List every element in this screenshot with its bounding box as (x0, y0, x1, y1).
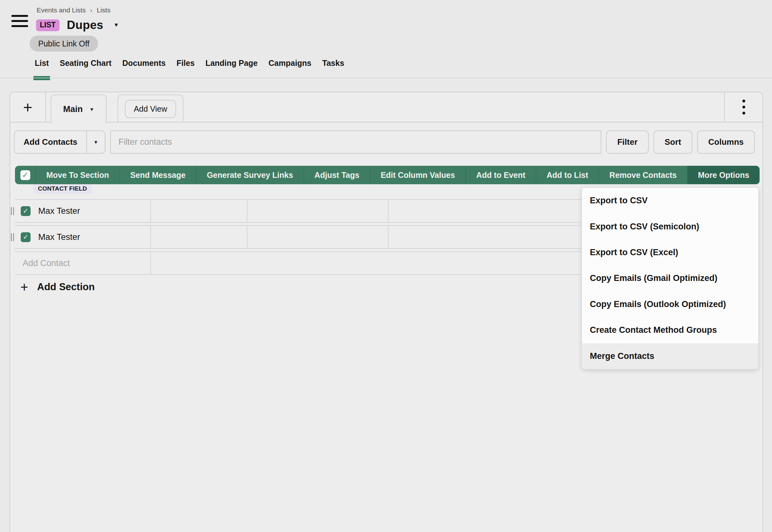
add-view-button[interactable]: Add View (125, 100, 176, 118)
action-generate-survey-links[interactable]: Generate Survey Links (196, 166, 304, 184)
action-edit-column-values[interactable]: Edit Column Values (370, 166, 465, 184)
menu-item-copy-emails-outlook[interactable]: Copy Emails (Outlook Optimized) (582, 291, 758, 317)
row-checkbox-checked[interactable]: ✓ (21, 206, 31, 216)
add-contact-cell[interactable]: Add Contact (15, 252, 151, 274)
view-caret-down-icon: ▼ (89, 107, 94, 112)
add-contacts-split-button: Add Contacts ▼ (14, 130, 105, 154)
sort-button[interactable]: Sort (654, 130, 692, 154)
screen: Events and Lists › Lists LIST Dupes ▼ Pu… (0, 0, 772, 532)
empty-cell[interactable] (151, 226, 248, 248)
columns-button[interactable]: Columns (697, 130, 755, 154)
menu-item-copy-emails-gmail[interactable]: Copy Emails (Gmail Optimized) (582, 265, 758, 291)
contact-name-cell[interactable]: ✓ Max Tester (15, 226, 151, 248)
kebab-icon (742, 100, 745, 115)
views-more-button[interactable] (724, 92, 762, 122)
tab-tasks[interactable]: Tasks (322, 59, 344, 75)
checkbox-checked-icon: ✓ (20, 170, 30, 180)
action-remove-contacts[interactable]: Remove Contacts (599, 166, 687, 184)
add-view-tab: Add View (117, 95, 183, 123)
add-section-label: Add Section (37, 281, 95, 293)
drag-handle-icon[interactable] (11, 207, 14, 215)
filter-contacts-input[interactable] (110, 130, 601, 154)
tab-files[interactable]: Files (176, 59, 195, 75)
add-contacts-caret-button[interactable]: ▼ (87, 131, 105, 153)
add-contact-placeholder: Add Contact (21, 258, 70, 268)
row-checkbox-checked[interactable]: ✓ (21, 232, 31, 242)
contact-name-cell[interactable]: ✓ Max Tester (15, 200, 151, 222)
plus-icon: + (23, 98, 32, 116)
action-add-to-event[interactable]: Add to Event (465, 166, 536, 184)
tab-campaigns[interactable]: Campaigns (269, 59, 312, 75)
view-tab-main[interactable]: Main ▼ (51, 95, 107, 123)
tab-landing-page[interactable]: Landing Page (206, 59, 258, 75)
add-contacts-button[interactable]: Add Contacts (15, 131, 86, 153)
action-send-message[interactable]: Send Message (119, 166, 196, 184)
tab-documents[interactable]: Documents (122, 59, 165, 75)
title-row: LIST Dupes ▼ (36, 18, 119, 32)
title-caret-down-icon[interactable]: ▼ (113, 22, 119, 28)
menu-item-merge-contacts[interactable]: Merge Contacts (582, 343, 758, 369)
list-type-badge: LIST (36, 19, 60, 31)
select-all-checkbox[interactable]: ✓ (15, 166, 35, 184)
action-more-options[interactable]: More Options (687, 166, 760, 184)
contact-name: Max Tester (38, 206, 80, 216)
tab-list[interactable]: List (35, 59, 49, 75)
add-view-plus-button[interactable]: + (10, 92, 46, 122)
contacts-toolbar: Add Contacts ▼ Filter Sort Columns (14, 130, 755, 154)
main-tabs: List Seating Chart Documents Files Landi… (35, 59, 344, 75)
hamburger-menu-icon[interactable] (11, 15, 28, 27)
caret-down-icon: ▼ (94, 139, 98, 145)
empty-cell[interactable] (248, 226, 389, 248)
menu-item-export-csv-semicolon[interactable]: Export to CSV (Semicolon) (582, 213, 758, 239)
drag-handle-icon[interactable] (11, 233, 14, 241)
action-adjust-tags[interactable]: Adjust Tags (304, 166, 370, 184)
menu-item-export-csv[interactable]: Export to CSV (582, 188, 758, 213)
empty-cell[interactable] (151, 200, 248, 222)
plus-icon: + (20, 282, 28, 292)
action-move-to-section[interactable]: Move To Section (35, 166, 119, 184)
menu-item-export-csv-excel[interactable]: Export to CSV (Excel) (582, 240, 758, 265)
header-divider (0, 78, 772, 78)
page-title: Dupes (67, 18, 103, 32)
filter-button[interactable]: Filter (606, 130, 649, 154)
public-link-toggle[interactable]: Public Link Off (30, 36, 98, 52)
breadcrumb: Events and Lists › Lists (37, 6, 110, 14)
more-options-menu: Export to CSV Export to CSV (Semicolon) … (582, 187, 759, 369)
tab-seating-chart[interactable]: Seating Chart (60, 59, 111, 75)
contact-name: Max Tester (38, 232, 80, 242)
check-icon: ✓ (23, 233, 29, 241)
check-icon: ✓ (23, 207, 29, 215)
contact-field-column-label: CONTACT FIELD (33, 184, 91, 194)
breadcrumb-lists[interactable]: Lists (97, 6, 110, 14)
breadcrumb-separator-icon: › (90, 7, 92, 14)
breadcrumb-events-and-lists[interactable]: Events and Lists (37, 6, 86, 14)
menu-item-create-contact-method-groups[interactable]: Create Contact Method Groups (582, 317, 758, 343)
empty-cell[interactable] (248, 200, 389, 222)
selection-action-bar: ✓ Move To Section Send Message Generate … (15, 166, 760, 184)
action-add-to-list[interactable]: Add to List (536, 166, 599, 184)
views-bar: + Main ▼ Add View (10, 92, 762, 123)
